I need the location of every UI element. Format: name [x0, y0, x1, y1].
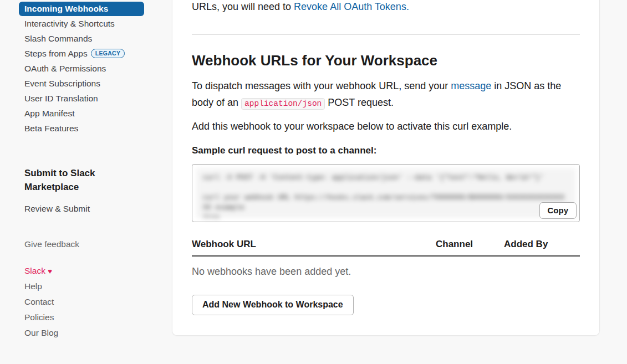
footer-link-help[interactable]: Help — [24, 281, 58, 291]
footer-link-slack[interactable]: Slack ♥ — [24, 266, 58, 276]
oauth-revoke-note: URLs, you will need to Revoke All OAuth … — [192, 1, 409, 13]
settings-card: URLs, you will need to Revoke All OAuth … — [172, 0, 600, 336]
column-header-webhook-url: Webhook URL — [192, 239, 256, 249]
dispatch-paragraph-text: POST request. — [325, 97, 394, 108]
section-divider — [192, 34, 580, 35]
footer-link-our-blog[interactable]: Our Blog — [24, 328, 58, 338]
revoke-oauth-tokens-link[interactable]: Revoke All OAuth Tokens. — [294, 1, 409, 12]
curl-code-block: curl -X POST -H 'Content-type: applicati… — [192, 164, 580, 222]
sample-curl-label: Sample curl request to post to a channel… — [192, 145, 376, 156]
activate-curl-paragraph: Add this webhook to your workspace below… — [192, 121, 577, 132]
table-header-rule — [192, 255, 580, 257]
dispatch-paragraph-text: To dispatch messages with your webhook U… — [192, 80, 451, 91]
sidebar-footer-links: Slack ♥ Help Contact Policies Our Blog — [24, 266, 58, 344]
sidebar-item-event-subscriptions[interactable]: Event Subscriptions — [19, 76, 144, 91]
copy-button[interactable]: Copy — [539, 202, 577, 219]
application-json-code: application/json — [241, 98, 325, 110]
column-header-added-by: Added By — [504, 239, 548, 250]
empty-webhooks-message: No webhooks have been added yet. — [192, 266, 351, 278]
sidebar-item-app-manifest[interactable]: App Manifest — [19, 106, 144, 121]
sidebar-item-label: Steps from Apps — [24, 49, 88, 58]
heart-icon: ♥ — [48, 267, 52, 275]
add-new-webhook-button[interactable]: Add New Webhook to Workspace — [192, 295, 354, 315]
sidebar-item-beta-features[interactable]: Beta Features — [19, 121, 144, 136]
webhooks-table-header: Webhook URL Channel Added By — [192, 239, 580, 250]
sidebar-item-user-id-translation[interactable]: User ID Translation — [19, 91, 144, 106]
message-link[interactable]: message — [451, 80, 491, 91]
curl-code-redacted-text: curl -X POST -H 'Content-type: applicati… — [196, 168, 575, 218]
column-header-channel: Channel — [436, 239, 473, 250]
give-feedback-link[interactable]: Give feedback — [24, 239, 79, 249]
dispatch-paragraph: To dispatch messages with your webhook U… — [192, 78, 577, 112]
sidebar-item-interactivity-shortcuts[interactable]: Interactivity & Shortcuts — [19, 17, 144, 31]
sidebar: Incoming Webhooks Interactivity & Shortc… — [0, 0, 172, 364]
sidebar-item-review-submit[interactable]: Review & Submit — [24, 204, 90, 214]
sidebar-item-incoming-webhooks[interactable]: Incoming Webhooks — [19, 2, 144, 16]
sidebar-heading-submit-to-slack-marketplace: Submit to Slack Marketplace — [24, 166, 127, 194]
sidebar-item-oauth-permissions[interactable]: OAuth & Permissions — [19, 61, 144, 76]
legacy-badge: LEGACY — [91, 49, 125, 58]
footer-link-contact[interactable]: Contact — [24, 297, 58, 307]
page-title: Webhook URLs for Your Workspace — [192, 52, 437, 69]
footer-link-policies[interactable]: Policies — [24, 312, 58, 322]
oauth-revoke-note-text: URLs, you will need to — [192, 1, 294, 12]
footer-link-label: Slack — [24, 266, 45, 275]
sidebar-nav: Incoming Webhooks Interactivity & Shortc… — [19, 2, 144, 136]
sidebar-item-slash-commands[interactable]: Slash Commands — [19, 32, 144, 46]
sidebar-item-steps-from-apps[interactable]: Steps from AppsLEGACY — [19, 47, 144, 61]
